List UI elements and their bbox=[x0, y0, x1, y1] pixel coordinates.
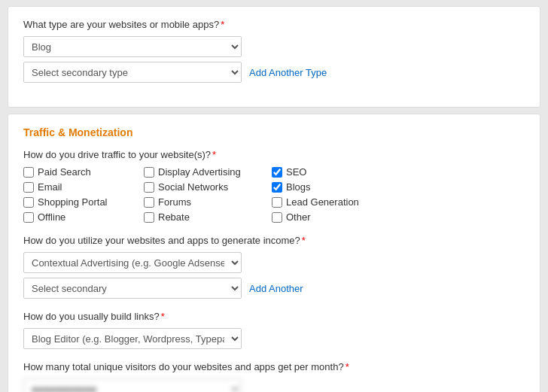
checkbox-social-networks[interactable]: Social Networks bbox=[144, 181, 264, 193]
checkbox-paid-search-input[interactable] bbox=[23, 167, 34, 178]
page-wrapper: What type are your websites or mobile ap… bbox=[0, 6, 548, 392]
add-another-income-link[interactable]: Add Another bbox=[249, 283, 303, 294]
checkbox-lead-generation-label: Lead Generation bbox=[286, 196, 359, 208]
website-type-section: What type are your websites or mobile ap… bbox=[8, 6, 540, 108]
checkbox-rebate-input[interactable] bbox=[144, 212, 154, 223]
traffic-required-marker: * bbox=[212, 149, 216, 160]
checkbox-seo-input[interactable] bbox=[272, 167, 282, 178]
traffic-checkbox-grid: Paid Search Display Advertising SEO Emai… bbox=[23, 166, 525, 223]
checkbox-offline-label: Offline bbox=[38, 211, 65, 223]
website-type-text: What type are your websites or mobile ap… bbox=[23, 19, 219, 30]
checkbox-email-label: Email bbox=[38, 181, 62, 193]
income-question-text: How do you utilize your websites and app… bbox=[23, 235, 300, 246]
visitors-select[interactable]: ■■■■■■■■■■■ bbox=[23, 378, 242, 392]
checkbox-other-input[interactable] bbox=[272, 212, 282, 223]
income-secondary-select[interactable]: Select secondary bbox=[23, 278, 242, 299]
checkbox-display-advertising-label: Display Advertising bbox=[158, 166, 241, 178]
checkbox-shopping-portal-input[interactable] bbox=[23, 197, 34, 208]
income-primary-select[interactable]: Contextual Advertising (e.g. Google Adse… bbox=[23, 252, 242, 273]
checkbox-seo[interactable]: SEO bbox=[272, 166, 385, 178]
checkbox-lead-generation[interactable]: Lead Generation bbox=[272, 196, 385, 208]
checkbox-paid-search-label: Paid Search bbox=[38, 166, 91, 178]
section-title: Traffic & Monetization bbox=[23, 126, 525, 138]
checkbox-email[interactable]: Email bbox=[23, 181, 136, 193]
required-marker: * bbox=[221, 19, 224, 30]
checkbox-blogs-label: Blogs bbox=[286, 181, 311, 193]
visitors-question-text: How many total unique visitors do your w… bbox=[23, 361, 344, 372]
income-question-block: How do you utilize your websites and app… bbox=[23, 235, 525, 299]
add-another-type-link[interactable]: Add Another Type bbox=[249, 67, 327, 78]
checkbox-offline-input[interactable] bbox=[23, 212, 34, 223]
links-question-block: How do you usually build links?* Blog Ed… bbox=[23, 311, 525, 349]
checkbox-paid-search[interactable]: Paid Search bbox=[23, 166, 136, 178]
income-primary-row: Contextual Advertising (e.g. Google Adse… bbox=[23, 252, 525, 273]
checkbox-email-input[interactable] bbox=[23, 182, 34, 193]
visitors-required-marker: * bbox=[346, 361, 349, 372]
checkbox-forums-label: Forums bbox=[158, 196, 191, 208]
secondary-type-row: Select secondary type Add Another Type bbox=[23, 62, 525, 83]
visitors-question-label: How many total unique visitors do your w… bbox=[23, 361, 525, 372]
checkbox-other[interactable]: Other bbox=[272, 211, 385, 223]
traffic-question-label: How do you drive traffic to your website… bbox=[23, 149, 525, 160]
primary-type-row: Blog bbox=[23, 36, 525, 57]
traffic-question-block: How do you drive traffic to your website… bbox=[23, 149, 525, 223]
website-type-question: What type are your websites or mobile ap… bbox=[23, 19, 525, 83]
checkbox-forums-input[interactable] bbox=[144, 197, 154, 208]
checkbox-blogs[interactable]: Blogs bbox=[272, 181, 385, 193]
traffic-monetization-section: Traffic & Monetization How do you drive … bbox=[8, 114, 540, 392]
checkbox-rebate[interactable]: Rebate bbox=[144, 211, 264, 223]
checkbox-lead-generation-input[interactable] bbox=[272, 197, 282, 208]
visitors-row: ■■■■■■■■■■■ bbox=[23, 378, 525, 392]
links-select[interactable]: Blog Editor (e.g. Blogger, Wordpress, Ty… bbox=[23, 328, 242, 349]
checkbox-shopping-portal[interactable]: Shopping Portal bbox=[23, 196, 136, 208]
checkbox-seo-label: SEO bbox=[286, 166, 306, 178]
website-type-label: What type are your websites or mobile ap… bbox=[23, 19, 525, 30]
links-question-text: How do you usually build links? bbox=[23, 311, 160, 322]
checkbox-rebate-label: Rebate bbox=[158, 211, 190, 223]
checkbox-blogs-input[interactable] bbox=[272, 182, 282, 193]
income-question-label: How do you utilize your websites and app… bbox=[23, 235, 525, 246]
checkbox-social-networks-input[interactable] bbox=[144, 182, 154, 193]
checkbox-offline[interactable]: Offline bbox=[23, 211, 136, 223]
income-required-marker: * bbox=[302, 235, 306, 246]
checkbox-display-advertising[interactable]: Display Advertising bbox=[144, 166, 264, 178]
income-secondary-row: Select secondary Add Another bbox=[23, 278, 525, 299]
checkbox-forums[interactable]: Forums bbox=[144, 196, 264, 208]
links-question-label: How do you usually build links?* bbox=[23, 311, 525, 322]
primary-type-select[interactable]: Blog bbox=[23, 36, 242, 57]
traffic-question-text: How do you drive traffic to your website… bbox=[23, 149, 211, 160]
checkbox-shopping-portal-label: Shopping Portal bbox=[38, 196, 108, 208]
links-row: Blog Editor (e.g. Blogger, Wordpress, Ty… bbox=[23, 328, 525, 349]
checkbox-display-advertising-input[interactable] bbox=[144, 167, 154, 178]
links-required-marker: * bbox=[161, 311, 165, 322]
visitors-question-block: How many total unique visitors do your w… bbox=[23, 361, 525, 392]
checkbox-social-networks-label: Social Networks bbox=[158, 181, 228, 193]
secondary-type-select[interactable]: Select secondary type bbox=[23, 62, 242, 83]
checkbox-other-label: Other bbox=[286, 211, 311, 223]
